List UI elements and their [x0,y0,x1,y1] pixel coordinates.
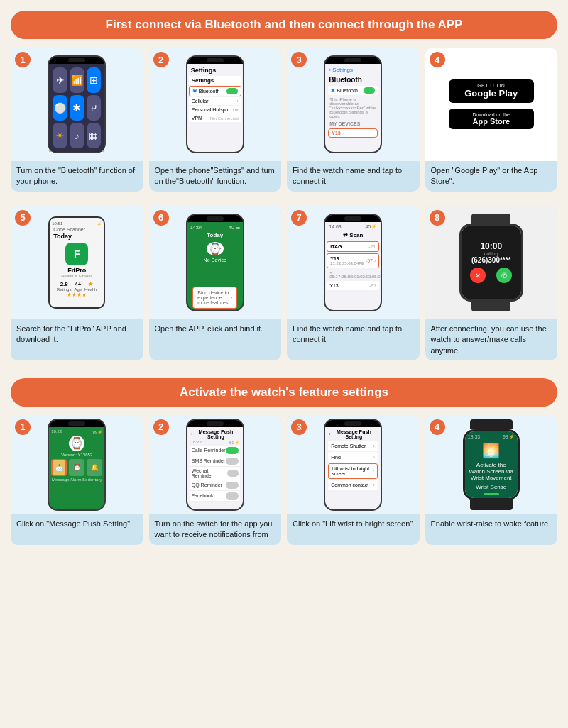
scan-title: ⇄ Scan [327,231,379,240]
s2-step2-phone: ‹ Message Push Setting 18:2260⚡ Calls Re… [186,419,244,511]
s2-step-3-number: 3 [291,419,307,435]
fitpro-stats: 2.8 Ratings 4+ Age ★ Health [57,281,97,292]
bind-today: Today [207,232,223,238]
step-6-number: 6 [153,210,169,226]
s2-step1-topbar: 18:2299⚡ [51,429,102,434]
settings-title: Settings [189,65,241,75]
watch-calling-label: calling [484,251,498,256]
step8-watch-container: 10:00 calling (626)300**** ✕ ✆ [459,214,523,311]
s2-step-1-desc: Click on "Message Push Setting" [11,514,143,545]
step-2-number: 2 [153,52,169,67]
wrist-description: Activate the Watch Screen via Wrist Move… [468,462,515,481]
lift-find: Find › [328,452,378,463]
gp-get-label: GET IT ON [456,83,527,88]
s2-step4-watch-container: 18:3399⚡ 🌅 Activate the Watch Screen via… [463,419,520,510]
s2-step-2-card: 2 ‹ Message Push Setting 18:2260⚡ [149,415,282,545]
scan-mac1: + 05:17:2B:B5:01:02:03:05:00 [327,270,379,280]
lift-shutter: Remote Shutter › [328,441,378,451]
s2-alarm-icon[interactable]: ⏰ [69,459,84,476]
bt-device-y13: Y13 [328,128,378,138]
s2-reminder-icon[interactable]: 🔔 [87,459,102,476]
step8-watch: 10:00 calling (626)300**** ✕ ✆ [459,224,523,302]
s2-step-3-card: 3 ‹ Message Push Setting Remote Shutter … [287,415,420,545]
cc-screen: ▦ [87,123,102,148]
lift-wrist-row[interactable]: Lift wrist to bright screen › [328,463,378,479]
step-1-desc: Turn on the "Bluetooth" function of your… [11,161,143,192]
s2-step-4-desc: Enable wrist-raise to wake feature [425,514,558,545]
step-4-number: 4 [430,52,445,67]
bind-watch-icon: ⌚ [207,242,224,255]
watch-decline-btn[interactable]: ✕ [470,268,486,283]
bt-discoverable: This iPhone is discoverable as "xx/xxxx/… [327,96,379,120]
s2-step1-watch-icon: ⌚ [69,436,84,451]
scan-y13: Y13 21:22:35:03:04FE -57 › [327,253,379,268]
step-4-card: 4 GET IT ON Google Play Download on the … [425,48,558,192]
s2-step1-version: Version: Y13653 [61,453,92,457]
s2-step-3-desc: Click on "Lift wrist to bright screen" [287,514,420,545]
fitpro-today: Today [52,233,102,240]
step6-phone: 14:6440 ☰ Today ⌚ No Device Bind device … [186,214,244,311]
cc-bluetooth2: ✱ [70,95,84,121]
facebook-toggle[interactable] [226,492,239,500]
step-6-image: 6 14:6440 ☰ Today ⌚ No Device Bind devic… [149,206,282,319]
step-5-image: 5 19:51⚡ Code Scanner Today F FitPro Hea… [11,206,143,319]
google-play-button[interactable]: GET IT ON Google Play [449,79,534,103]
step-7-card: 7 14:6340⚡ ⇄ Scan ITAG -21 [287,206,420,360]
s2-step3-back: ‹ Message Push Setting [327,429,379,440]
fitpro-name: FitPro [67,267,86,274]
step-1-card: 1 ✈ 📶 ⊞ ⚪ ✱ ⤶ ☀ ♪ ▦ [11,48,143,192]
msg-calls: Calls Reminder [190,446,240,456]
scan-y13-2: Y13 -97 [327,281,379,290]
s2-step3-phone: ‹ Message Push Setting Remote Shutter › … [324,419,382,511]
step-3-number: 3 [291,52,307,67]
step1-phone: ✈ 📶 ⊞ ⚪ ✱ ⤶ ☀ ♪ ▦ [48,55,106,153]
step-2-image: 2 Settings Settings ✱ Bluetooth [149,48,282,161]
s2-step-4-card: 4 18:3399⚡ 🌅 Activate the Watch Screen v… [425,415,558,545]
section1-steps-row1: 1 ✈ 📶 ⊞ ⚪ ✱ ⤶ ☀ ♪ ▦ [11,48,557,192]
step-1-image: 1 ✈ 📶 ⊞ ⚪ ✱ ⤶ ☀ ♪ ▦ [11,48,143,161]
section2-steps: 1 18:2299⚡ ⌚ Version: Y13653 📩 ⏰ 🔔 [11,415,557,545]
qq-toggle[interactable] [226,482,239,489]
fitpro-icon: F [65,243,88,265]
fitpro-subtitle: Health & Fitness [61,274,92,278]
app-store-button[interactable]: Download on the App Store [449,109,534,129]
watch-accept-btn[interactable]: ✆ [496,268,512,283]
cc-music: ♪ [70,123,84,148]
msg-sms: SMS Reminder [190,456,240,467]
step-5-desc: Search for the "FitPro" APP and download… [11,319,143,360]
s2-step-2-number: 2 [153,419,169,435]
s2-step-4-image: 4 18:3399⚡ 🌅 Activate the Watch Screen v… [425,415,558,514]
cc-airdrop: ⤶ [87,95,102,121]
msg-facebook: Facebook [190,491,240,502]
gp-name-label: Google Play [456,88,527,99]
s2-step1-phone: 18:2299⚡ ⌚ Version: Y13653 📩 ⏰ 🔔 Message… [48,419,106,511]
wrist-toggle[interactable] [484,493,499,495]
wechat-toggle[interactable] [227,470,239,477]
step-6-card: 6 14:6440 ☰ Today ⌚ No Device Bind devic… [149,206,282,360]
cc-wifi2: ⚪ [53,95,67,121]
settings-cellular-row: Cellular › [189,97,241,105]
cc-wifi: 📶 [70,67,84,93]
settings-hotspot-row: Personal Hotspot Off [189,106,241,114]
step-1-number: 1 [15,52,31,67]
step-4-image: 4 GET IT ON Google Play Download on the … [425,48,558,161]
bind-device-text: Bind device to experience more features [197,290,230,305]
step-6-desc: Open the APP, click and bind it. [149,319,282,360]
s2-step-1-card: 1 18:2299⚡ ⌚ Version: Y13653 📩 ⏰ 🔔 [11,415,143,545]
bind-topbar: 14:6440 ☰ [190,225,240,231]
sms-toggle[interactable] [226,458,239,465]
calls-toggle-on[interactable] [226,447,239,454]
cc-bluetooth-active: ⊞ [87,67,102,93]
msg-qq: QQ Reminder [190,480,240,491]
s2-step-1-number: 1 [15,419,31,435]
step-2-desc: Open the phone"Settings" and tum on the"… [149,161,282,192]
fitpro-code-scanner: Code Scanner [52,226,102,233]
fitpro-topbar: 19:51⚡ [52,221,102,226]
lift-contact: Common contact › [328,480,378,490]
watch-top-band [471,214,510,224]
bt-on-row: ✱Bluetooth [328,86,378,95]
bind-device-box[interactable]: Bind device to experience more features … [192,287,237,309]
watch-number: (626)300**** [471,256,511,264]
s2-msg-icon[interactable]: 📩 [51,459,67,476]
scan-topbar: 14:6340⚡ [327,224,379,231]
